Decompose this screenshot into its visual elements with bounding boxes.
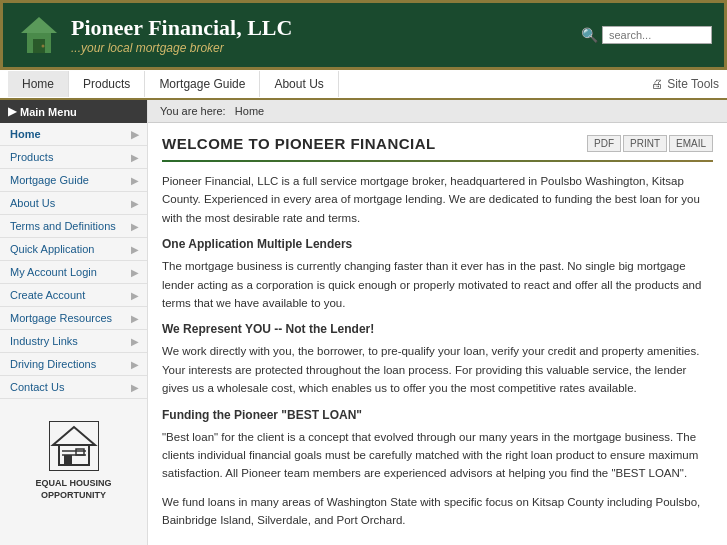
equal-housing-section: EQUAL HOUSINGOPPORTUNITY: [0, 409, 147, 513]
equal-housing-label: EQUAL HOUSINGOPPORTUNITY: [8, 478, 139, 501]
sidebar-item-create-account[interactable]: Create Account ▶: [0, 284, 147, 307]
pdf-button[interactable]: PDF: [587, 135, 621, 152]
sidebar-label-quick-app: Quick Application: [10, 243, 94, 255]
sidebar-title-label: Main Menu: [20, 106, 77, 118]
sidebar-title: ▶ Main Menu: [0, 100, 147, 123]
search-input[interactable]: [602, 26, 712, 44]
chevron-right-icon: ▶: [131, 382, 139, 393]
sidebar-item-contact[interactable]: Contact Us ▶: [0, 376, 147, 399]
menu-icon: ▶: [8, 105, 16, 118]
svg-rect-8: [64, 455, 72, 465]
printer-icon: 🖨: [651, 77, 663, 91]
content-inner: WELCOME TO PIONEER FINANCIAL PDF PRINT E…: [148, 123, 727, 545]
breadcrumb-prefix: You are here:: [160, 105, 226, 117]
sidebar-item-home[interactable]: Home ▶: [0, 123, 147, 146]
paragraph-1: Pioneer Financial, LLC is a full service…: [162, 172, 713, 227]
email-button[interactable]: EMAIL: [669, 135, 713, 152]
search-icon: 🔍: [581, 27, 598, 43]
sidebar-label-mortgage-guide: Mortgage Guide: [10, 174, 89, 186]
chevron-right-icon: ▶: [131, 129, 139, 140]
sidebar-item-login[interactable]: My Account Login ▶: [0, 261, 147, 284]
equal-housing-icon: [49, 421, 99, 471]
sidebar-item-about[interactable]: About Us ▶: [0, 192, 147, 215]
chevron-right-icon: ▶: [131, 290, 139, 301]
sidebar-item-mortgage-guide[interactable]: Mortgage Guide ▶: [0, 169, 147, 192]
site-tools-label: Site Tools: [667, 77, 719, 91]
sidebar-item-products[interactable]: Products ▶: [0, 146, 147, 169]
chevron-right-icon: ▶: [131, 244, 139, 255]
site-header: Pioneer Financial, LLC ...your local mor…: [0, 0, 727, 70]
site-tools-button[interactable]: 🖨 Site Tools: [651, 77, 719, 91]
chevron-right-icon: ▶: [131, 359, 139, 370]
nav-item-products[interactable]: Products: [69, 71, 145, 97]
sidebar-item-driving[interactable]: Driving Directions ▶: [0, 353, 147, 376]
chevron-right-icon: ▶: [131, 221, 139, 232]
main-layout: ▶ Main Menu Home ▶ Products ▶ Mortgage G…: [0, 100, 727, 545]
sidebar-label-about: About Us: [10, 197, 55, 209]
content-divider: [162, 160, 713, 162]
content-actions: PDF PRINT EMAIL: [587, 135, 713, 152]
page-title: WELCOME TO PIONEER FINANCIAL: [162, 135, 436, 152]
logo-area: Pioneer Financial, LLC ...your local mor…: [15, 11, 292, 59]
chevron-right-icon: ▶: [131, 152, 139, 163]
sidebar-item-terms[interactable]: Terms and Definitions ▶: [0, 215, 147, 238]
site-subtitle: ...your local mortgage broker: [71, 41, 292, 55]
sidebar-item-industry-links[interactable]: Industry Links ▶: [0, 330, 147, 353]
sidebar-label-create-account: Create Account: [10, 289, 85, 301]
sidebar-label-home: Home: [10, 128, 41, 140]
sidebar-item-quick-app[interactable]: Quick Application ▶: [0, 238, 147, 261]
content-area: You are here: Home WELCOME TO PIONEER FI…: [148, 100, 727, 545]
svg-rect-9: [76, 449, 84, 455]
paragraph-4: "Best loan" for the client is a concept …: [162, 428, 713, 483]
chevron-right-icon: ▶: [131, 198, 139, 209]
header-text: Pioneer Financial, LLC ...your local mor…: [71, 15, 292, 55]
sidebar-label-login: My Account Login: [10, 266, 97, 278]
content-title-row: WELCOME TO PIONEER FINANCIAL PDF PRINT E…: [162, 135, 713, 152]
nav-item-about[interactable]: About Us: [260, 71, 338, 97]
sidebar: ▶ Main Menu Home ▶ Products ▶ Mortgage G…: [0, 100, 148, 545]
svg-marker-6: [53, 427, 95, 445]
sidebar-label-terms: Terms and Definitions: [10, 220, 116, 232]
paragraph-3: We work directly with you, the borrower,…: [162, 342, 713, 397]
nav-item-mortgage-guide[interactable]: Mortgage Guide: [145, 71, 260, 97]
chevron-right-icon: ▶: [131, 313, 139, 324]
house-icon: [15, 11, 63, 59]
breadcrumb-current: Home: [235, 105, 264, 117]
sidebar-label-contact: Contact Us: [10, 381, 64, 393]
paragraph-2: The mortgage business is currently chang…: [162, 257, 713, 312]
sidebar-label-industry-links: Industry Links: [10, 335, 78, 347]
subheading-3: Funding the Pioneer "BEST LOAN": [162, 408, 713, 422]
site-title: Pioneer Financial, LLC: [71, 15, 292, 41]
chevron-right-icon: ▶: [131, 336, 139, 347]
breadcrumb: You are here: Home: [148, 100, 727, 123]
print-button[interactable]: PRINT: [623, 135, 667, 152]
sidebar-item-mortgage-resources[interactable]: Mortgage Resources ▶: [0, 307, 147, 330]
nav-bar: Home Products Mortgage Guide About Us 🖨 …: [0, 70, 727, 100]
sidebar-label-products: Products: [10, 151, 53, 163]
sidebar-label-driving: Driving Directions: [10, 358, 96, 370]
subheading-1: One Application Multiple Lenders: [162, 237, 713, 251]
nav-item-home[interactable]: Home: [8, 71, 69, 97]
chevron-right-icon: ▶: [131, 267, 139, 278]
search-area: 🔍: [581, 26, 712, 44]
chevron-right-icon: ▶: [131, 175, 139, 186]
paragraph-5: We fund loans in many areas of Washingto…: [162, 493, 713, 530]
sidebar-label-mortgage-resources: Mortgage Resources: [10, 312, 112, 324]
svg-point-4: [42, 45, 45, 48]
subheading-2: We Represent YOU -- Not the Lender!: [162, 322, 713, 336]
